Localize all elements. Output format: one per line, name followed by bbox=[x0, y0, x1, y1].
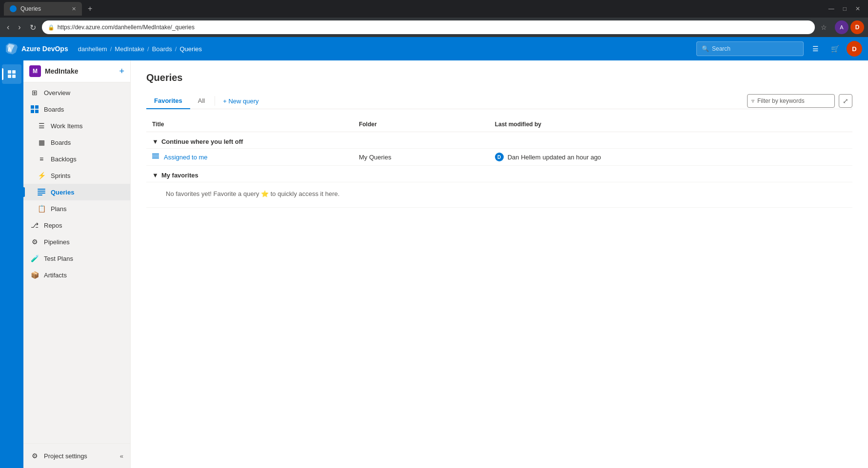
sidebar-item-repos[interactable]: ⎇ Repos bbox=[23, 217, 130, 234]
browser-toolbar: ‹ › ↻ 🔒 https://dev.azure.com/danhellem/… bbox=[0, 18, 868, 37]
browser-tab[interactable]: Queries ✕ bbox=[4, 2, 82, 16]
project-settings-icon: ⚙ bbox=[30, 451, 39, 460]
sidebar-item-sprints[interactable]: ⚡ Sprints bbox=[23, 167, 130, 184]
sidebar-item-artifacts-label: Artifacts bbox=[44, 272, 67, 279]
list-view-button[interactable]: ☰ bbox=[808, 41, 823, 57]
lock-icon: 🔒 bbox=[48, 24, 55, 31]
sidebar-project-header: M MedIntake + bbox=[23, 60, 130, 82]
modifier-name: Dan Hellem bbox=[508, 154, 541, 161]
query-assigned-to-me[interactable]: Assigned to me bbox=[152, 153, 347, 161]
test-plans-icon: 🧪 bbox=[30, 254, 39, 263]
tab-close-button[interactable]: ✕ bbox=[72, 6, 76, 12]
svg-rect-14 bbox=[152, 156, 159, 156]
breadcrumb-danhellem[interactable]: danhellem bbox=[78, 45, 107, 53]
user-avatar[interactable]: D bbox=[847, 41, 862, 57]
sidebar-item-artifacts[interactable]: 📦 Artifacts bbox=[23, 267, 130, 283]
svg-rect-7 bbox=[31, 110, 34, 113]
table-header: Title Folder Last modified by bbox=[146, 117, 852, 132]
expand-button[interactable]: ⤢ bbox=[839, 94, 852, 108]
svg-rect-15 bbox=[152, 157, 159, 158]
browser-user-avatar[interactable]: D bbox=[850, 20, 864, 34]
svg-rect-10 bbox=[38, 191, 45, 192]
boards-header-icon bbox=[30, 105, 39, 114]
section-my-favorites-toggle[interactable]: ▼ My favorites bbox=[152, 172, 198, 179]
col-modified: Last modified by bbox=[489, 117, 852, 132]
section-my-favorites-label: My favorites bbox=[161, 172, 198, 179]
sidebar-item-work-items[interactable]: ☰ Work Items bbox=[23, 117, 130, 134]
sidebar-item-plans[interactable]: 📋 Plans bbox=[23, 200, 130, 217]
azure-logo-icon: A bbox=[6, 43, 18, 55]
tab-favicon bbox=[10, 5, 17, 12]
sidebar-project-settings[interactable]: ⚙ Project settings « bbox=[23, 448, 130, 464]
svg-rect-3 bbox=[8, 75, 11, 78]
maximize-button[interactable]: □ bbox=[839, 3, 850, 14]
sidebar-item-overview[interactable]: ⊞ Overview bbox=[23, 84, 130, 101]
search-box[interactable]: 🔍 Search bbox=[696, 41, 804, 56]
sidebar-item-work-items-label: Work Items bbox=[51, 122, 83, 130]
queries-icon bbox=[37, 188, 46, 196]
top-nav-right: 🔍 Search ☰ 🛒 D bbox=[696, 41, 862, 57]
work-items-icon: ☰ bbox=[37, 121, 46, 130]
sidebar-item-sprints-label: Sprints bbox=[51, 172, 70, 179]
breadcrumb-boards[interactable]: Boards bbox=[152, 45, 172, 53]
add-project-button[interactable]: + bbox=[119, 67, 124, 76]
activity-boards[interactable] bbox=[2, 64, 21, 84]
query-list-icon bbox=[152, 153, 159, 161]
section-my-favorites: ▼ My favorites bbox=[146, 166, 852, 182]
svg-rect-2 bbox=[12, 70, 16, 74]
sidebar-item-boards[interactable]: ▦ Boards bbox=[23, 134, 130, 151]
query-assigned-to-me-label: Assigned to me bbox=[164, 154, 208, 161]
sprints-icon: ⚡ bbox=[37, 171, 46, 180]
query-modified-cell: D Dan Hellem updated an hour ago bbox=[489, 149, 852, 166]
new-tab-button[interactable]: + bbox=[84, 2, 96, 15]
svg-rect-9 bbox=[38, 189, 45, 190]
sidebar-collapse-icon[interactable]: « bbox=[120, 452, 123, 460]
sidebar-bottom: ⚙ Project settings « bbox=[23, 443, 130, 468]
sidebar-item-pipelines[interactable]: ⚙ Pipelines bbox=[23, 234, 130, 250]
filter-placeholder: Filter by keywords bbox=[757, 98, 805, 104]
breadcrumb-medintake[interactable]: MedIntake bbox=[115, 45, 144, 53]
tab-favorites[interactable]: Favorites bbox=[146, 93, 190, 109]
section-continue-toggle[interactable]: ▼ Continue where you left off bbox=[152, 138, 243, 145]
breadcrumb-current: Queries bbox=[179, 45, 202, 53]
chevron-down-icon: ▼ bbox=[152, 138, 158, 145]
tab-all[interactable]: All bbox=[190, 93, 213, 109]
no-favorites-cell: No favorites yet! Favorite a query ⭐ to … bbox=[146, 182, 852, 208]
forward-button[interactable]: › bbox=[15, 21, 23, 34]
azure-devops-logo[interactable]: A Azure DevOps bbox=[6, 43, 68, 55]
sidebar-nav: ⊞ Overview Boards ☰ bbox=[23, 82, 130, 285]
sidebar-item-queries[interactable]: Queries bbox=[23, 184, 130, 200]
filter-keywords-input[interactable]: ▿ Filter by keywords bbox=[747, 94, 835, 108]
address-bar[interactable]: 🔒 https://dev.azure.com/danhellem/MedInt… bbox=[42, 20, 815, 34]
project-name[interactable]: M MedIntake bbox=[29, 65, 78, 77]
new-query-button[interactable]: + New query bbox=[217, 95, 264, 108]
main-content: Queries Favorites All + New query ▿ Filt… bbox=[131, 60, 868, 468]
sidebar-item-test-plans[interactable]: 🧪 Test Plans bbox=[23, 250, 130, 267]
query-folder-cell: My Queries bbox=[353, 149, 489, 166]
activity-bar bbox=[0, 60, 23, 468]
breadcrumb-sep-1: / bbox=[110, 45, 112, 53]
bookmark-button[interactable]: ☆ bbox=[818, 21, 830, 33]
sidebar-project-settings-label: Project settings bbox=[44, 452, 87, 460]
sidebar-item-test-plans-label: Test Plans bbox=[44, 255, 73, 262]
browser-chrome: Queries ✕ + — □ ✕ bbox=[0, 0, 868, 18]
sidebar: M MedIntake + ⊞ Overview bbox=[23, 60, 131, 468]
svg-rect-8 bbox=[35, 110, 39, 113]
pipelines-icon: ⚙ bbox=[30, 237, 39, 246]
section-continue: ▼ Continue where you left off bbox=[146, 132, 852, 149]
no-favorites-row: No favorites yet! Favorite a query ⭐ to … bbox=[146, 182, 852, 208]
browser-window-controls: — □ ✕ bbox=[825, 3, 864, 14]
refresh-button[interactable]: ↻ bbox=[27, 21, 39, 34]
sidebar-item-backlogs[interactable]: ≡ Backlogs bbox=[23, 151, 130, 167]
minimize-button[interactable]: — bbox=[825, 3, 838, 14]
svg-rect-13 bbox=[152, 154, 159, 155]
modifier-avatar: D bbox=[495, 153, 504, 161]
close-window-button[interactable]: ✕ bbox=[851, 3, 864, 14]
back-button[interactable]: ‹ bbox=[4, 21, 12, 34]
project-avatar: M bbox=[29, 65, 41, 77]
tabs-bar: Favorites All + New query ▿ Filter by ke… bbox=[146, 93, 852, 109]
extension-icon-1[interactable]: A bbox=[835, 20, 848, 34]
basket-button[interactable]: 🛒 bbox=[827, 41, 843, 57]
sidebar-item-boards-top[interactable]: Boards bbox=[23, 101, 130, 117]
backlogs-icon: ≡ bbox=[37, 155, 46, 163]
